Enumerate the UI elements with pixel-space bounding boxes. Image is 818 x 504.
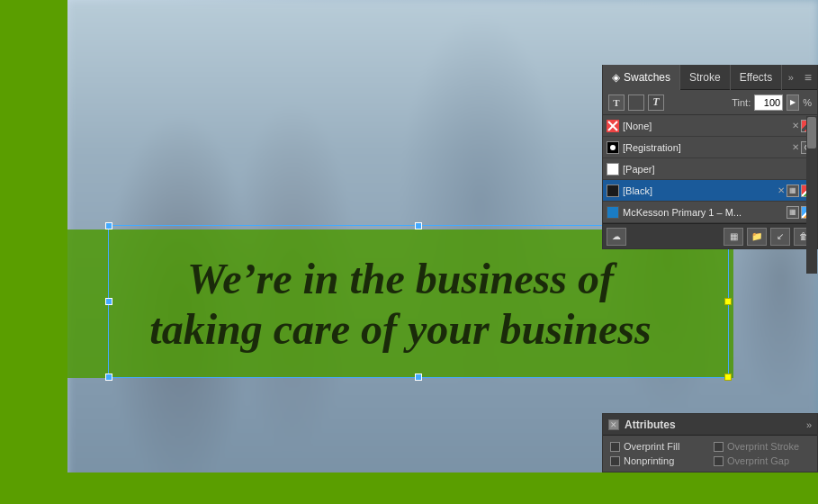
- banner-text: We’re in the business of taking care of …: [131, 245, 669, 362]
- none-cross-icon: ✕: [792, 121, 799, 130]
- attributes-title: Attributes: [625, 418, 676, 431]
- attributes-header: ✕ Attributes »: [603, 414, 817, 436]
- swatch-mckesson[interactable]: McKesson Primary 1 – M... ▦: [603, 202, 817, 223]
- nonprinting-checkbox[interactable]: [610, 456, 620, 466]
- black-swatch-color: [607, 184, 619, 197]
- paper-swatch-color: [607, 163, 619, 176]
- attributes-close-button[interactable]: ✕: [608, 419, 619, 430]
- black-cross-icon: ✕: [778, 185, 785, 195]
- green-banner: We’re in the business of taking care of …: [67, 230, 733, 378]
- folder-button[interactable]: 📁: [747, 228, 767, 246]
- mckesson-grid-icon: ▦: [787, 206, 799, 219]
- tint-value-input[interactable]: [754, 94, 783, 111]
- bottom-green-bar: [0, 472, 818, 504]
- nonprinting-item: Nonprinting: [610, 455, 706, 466]
- swatches-panel: ◈ Swatches Stroke Effects » ≡ T T Tint: …: [602, 65, 818, 249]
- overprint-stroke-label: Overprint Stroke: [727, 441, 799, 452]
- tab-swatches[interactable]: ◈ Swatches: [603, 65, 680, 90]
- grid-button[interactable]: ▦: [724, 228, 743, 246]
- nonprinting-label: Nonprinting: [624, 455, 674, 466]
- overprint-stroke-item: Overprint Stroke: [714, 441, 810, 452]
- overprint-stroke-checkbox[interactable]: [714, 442, 724, 452]
- swatch-none-label: [None]: [623, 121, 788, 131]
- text-fill-icon[interactable]: T: [648, 94, 664, 111]
- panel-bottom-toolbar: ☁ ▦ 📁 ↙ 🗑: [603, 223, 817, 248]
- registration-swatch-color: [607, 141, 619, 154]
- overprint-gap-item: Overprint Gap: [714, 455, 810, 466]
- overprint-gap-label: Overprint Gap: [727, 455, 789, 466]
- swatch-list: [None] ✕ [Registration] ✕ ⚙: [603, 115, 817, 223]
- banner-line1: We’re in the business of: [149, 254, 651, 303]
- tint-row: T T Tint: ▶ %: [603, 90, 817, 115]
- panel-tabs: ◈ Swatches Stroke Effects » ≡: [603, 65, 817, 90]
- left-green-bar: [0, 0, 67, 504]
- panel-menu-button[interactable]: ≡: [799, 70, 817, 85]
- overprint-fill-label: Overprint Fill: [624, 441, 679, 452]
- tab-stroke[interactable]: Stroke: [680, 65, 731, 90]
- panel-scrollbar[interactable]: [806, 116, 817, 274]
- cloud-button[interactable]: ☁: [607, 228, 626, 246]
- swatch-mckesson-label: McKesson Primary 1 – M...: [623, 207, 783, 218]
- overprint-fill-item: Overprint Fill: [610, 441, 706, 452]
- tint-arrow-button[interactable]: ▶: [787, 94, 799, 111]
- panel-more-button[interactable]: »: [783, 72, 799, 83]
- canvas-area: We’re in the business of taking care of …: [0, 0, 818, 504]
- swatch-registration-label: [Registration]: [623, 142, 788, 153]
- tab-effects[interactable]: Effects: [731, 65, 782, 90]
- swatches-panel-icon: ◈: [612, 71, 620, 84]
- registration-cross-icon: ✕: [792, 142, 799, 152]
- tint-label: Tint:: [732, 97, 751, 108]
- attributes-content: Overprint Fill Overprint Stroke Nonprint…: [603, 436, 817, 472]
- arrow-button[interactable]: ↙: [770, 228, 790, 246]
- overprint-gap-checkbox[interactable]: [714, 456, 724, 466]
- swatch-black-label: [Black]: [623, 185, 774, 196]
- attributes-expand-button[interactable]: »: [806, 419, 812, 430]
- swatch-paper[interactable]: [Paper]: [603, 158, 817, 180]
- banner-line2: taking care of your business: [149, 304, 651, 354]
- mckesson-swatch-color: [607, 206, 619, 219]
- swatch-paper-label: [Paper]: [623, 164, 810, 175]
- swatch-none[interactable]: [None] ✕: [603, 115, 817, 137]
- tint-percent: %: [803, 97, 812, 108]
- swatch-black[interactable]: [Black] ✕ ▦: [603, 180, 817, 202]
- type-fill-icon[interactable]: T: [608, 94, 625, 111]
- black-grid-icon: ▦: [787, 184, 799, 197]
- overprint-fill-checkbox[interactable]: [610, 442, 620, 452]
- scroll-thumb: [807, 117, 816, 148]
- none-swatch-color: [607, 120, 619, 132]
- attributes-panel: ✕ Attributes » Overprint Fill Overprint …: [602, 413, 818, 472]
- stroke-icon[interactable]: [628, 94, 644, 111]
- swatch-registration[interactable]: [Registration] ✕ ⚙: [603, 137, 817, 158]
